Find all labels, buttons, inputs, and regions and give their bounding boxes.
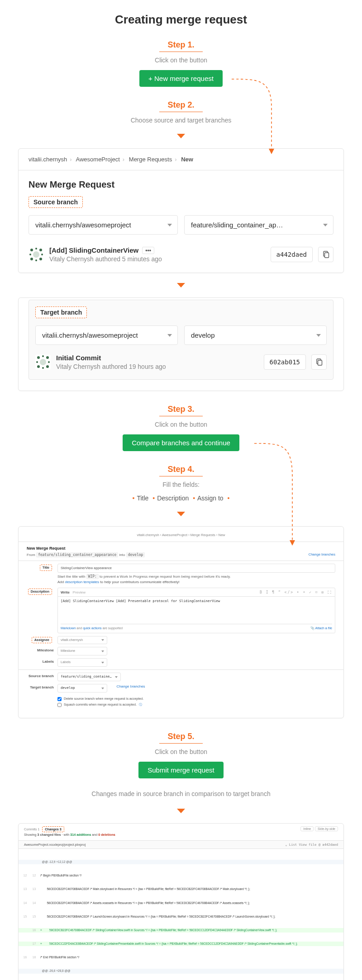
source-card: vitalii.chernysh› AwesomeProject› Merge …	[18, 148, 344, 273]
svg-point-8	[29, 254, 31, 255]
tab-changes[interactable]: Changes 3	[42, 826, 64, 832]
templates-link[interactable]: description templates	[65, 580, 99, 584]
step-4-num: Step 4.	[159, 465, 202, 476]
caret-down-icon	[177, 809, 185, 813]
caret-down-icon	[177, 512, 185, 516]
step-4-desc: Fill the fields:	[18, 481, 344, 488]
step-2-num: Step 2.	[159, 100, 202, 112]
svg-point-9	[41, 254, 43, 255]
target-project-select[interactable]: vitalii.chernysh/awesomeproject	[35, 325, 178, 345]
src-branch-label: Source branch	[27, 673, 54, 679]
step-1-num: Step 1.	[159, 40, 202, 52]
src-branch-input[interactable]: feature/sliding_containe…	[57, 673, 121, 681]
svg-rect-23	[318, 360, 322, 365]
diff-card: InlineSide-by-side Commits 1 Changes 3 S…	[18, 823, 344, 980]
fields-list: •Title •Description •Assign to •	[18, 495, 344, 502]
description-label: Description	[28, 589, 52, 595]
labels-label: Labels	[27, 658, 54, 664]
source-branch-select[interactable]: feature/sliding_container_ap…	[184, 215, 333, 235]
crumb-current: New	[181, 156, 193, 163]
page-title: Creating merge request	[18, 13, 344, 27]
svg-point-7	[35, 259, 37, 261]
tgt-branch-input[interactable]: develop	[57, 684, 107, 693]
change-branches-link[interactable]: Change branches	[116, 684, 145, 689]
squash-checkbox[interactable]: Squash commits when merge request is acc…	[57, 702, 143, 707]
submit-merge-request-button[interactable]: Submit merge request	[138, 762, 224, 778]
milestone-select[interactable]: Milestone	[57, 647, 107, 655]
crumb-project[interactable]: AwesomeProject	[76, 156, 120, 163]
tab-write[interactable]: Write	[61, 590, 70, 594]
assignee-label: Assignee	[32, 637, 52, 644]
target-commit-author: Vitaly Chernysh	[56, 363, 100, 370]
svg-point-15	[46, 356, 49, 359]
tgt-branch-label: Target branch	[27, 684, 54, 690]
svg-rect-11	[325, 253, 329, 258]
svg-point-19	[42, 367, 44, 369]
copy-hash-button[interactable]	[318, 247, 333, 262]
labels-select[interactable]: Labels	[57, 658, 107, 667]
assignee-select[interactable]: vitalii.chernysh	[57, 636, 107, 645]
tab-preview[interactable]: Preview	[73, 590, 86, 594]
info-icon[interactable]: ⓘ	[139, 702, 142, 707]
copy-hash-button[interactable]	[311, 354, 327, 370]
target-commit-hash: 602ab015	[264, 354, 306, 370]
tab-commits[interactable]: Commits 1	[24, 827, 40, 831]
target-branch-label: Target branch	[35, 306, 87, 318]
expand-commit-button[interactable]: •••	[142, 247, 154, 254]
milestone-label: Milestone	[27, 647, 54, 653]
change-branches-link[interactable]: Change branches	[309, 552, 335, 557]
step-5-desc: Click on the button	[18, 748, 344, 755]
file-tools[interactable]: ⌄ List View file @ a442daed	[285, 843, 338, 847]
target-commit-title: Initial Commit	[56, 354, 101, 362]
changes-caption: Changes made in source branch in compari…	[18, 789, 344, 799]
svg-point-21	[48, 361, 50, 363]
svg-point-5	[39, 258, 42, 260]
editor-toolbar[interactable]: B I ¶ “ </> • • ✓ ⌑ ⊞ ⛶	[260, 590, 332, 595]
description-input[interactable]: [Add] SlidingContainerView [Add] Present…	[61, 598, 332, 622]
crumb-user[interactable]: vitalii.chernysh	[29, 156, 67, 163]
diff-file-path[interactable]: AwesomeProject.xcodeproj/project.pbxproj	[24, 843, 86, 847]
from-dst-branch: develop	[126, 552, 145, 557]
diff-view-toggle[interactable]: InlineSide-by-side	[299, 827, 338, 830]
source-commit-when: authored 5 minutes ago	[95, 255, 162, 263]
from-src-branch: feature/sliding_container_appearance	[36, 552, 118, 557]
source-commit-author: Vitaly Chernysh	[49, 255, 94, 263]
new-merge-request-button[interactable]: + New merge request	[139, 70, 223, 87]
target-branch-select[interactable]: develop	[184, 325, 327, 345]
wip-code: WIP:	[86, 574, 99, 579]
svg-point-4	[30, 258, 33, 260]
svg-point-20	[36, 361, 38, 363]
breadcrumb: vitalii.chernysh› AwesomeProject› Merge …	[19, 149, 343, 170]
title-input[interactable]: SlidingContainerView appearance	[57, 564, 335, 573]
attach-file-link[interactable]: 📎 Attach a file	[310, 626, 332, 630]
markdown-link[interactable]: Markdown	[61, 626, 76, 630]
avatar	[29, 247, 44, 262]
form-heading: New Merge Request	[27, 546, 335, 551]
quick-actions-link[interactable]: quick actions	[83, 626, 102, 630]
step-2-desc: Choose source and target branches	[18, 117, 344, 124]
source-project-select[interactable]: vitalii.chernysh/awesomeproject	[29, 215, 178, 235]
crumb-section[interactable]: Merge Requests	[129, 156, 172, 163]
breadcrumb: vitalii.chernysh › AwesomeProject › Merg…	[27, 533, 335, 538]
source-commit-hash: a442daed	[271, 247, 313, 262]
step-1-desc: Click on the button	[18, 57, 344, 64]
diff-body: @@ -12,9 +12,12 @@ 1212/* Begin PBXBuild…	[19, 849, 343, 980]
source-branch-label: Source branch	[29, 196, 83, 208]
svg-point-6	[35, 248, 37, 250]
source-commit-title: [Add] SlidingContainerView	[49, 246, 138, 254]
step-3-desc: Click on the button	[18, 421, 344, 428]
avatar	[35, 354, 51, 370]
target-commit-when: authored 19 hours ago	[102, 363, 166, 370]
svg-point-18	[42, 355, 44, 357]
caret-down-icon	[177, 134, 185, 138]
title-label: Title	[40, 565, 52, 571]
step-3-num: Step 3.	[159, 405, 202, 416]
compare-branches-button[interactable]: Compare branches and continue	[123, 434, 239, 451]
svg-point-14	[37, 356, 40, 359]
svg-point-3	[39, 249, 42, 251]
diff-summary: Showing 3 changed files · with 314 addit…	[24, 833, 338, 837]
svg-point-17	[46, 365, 49, 368]
svg-point-16	[37, 365, 40, 368]
delete-branch-checkbox[interactable]: Delete source branch when merge request …	[57, 697, 143, 701]
svg-point-13	[40, 359, 46, 365]
